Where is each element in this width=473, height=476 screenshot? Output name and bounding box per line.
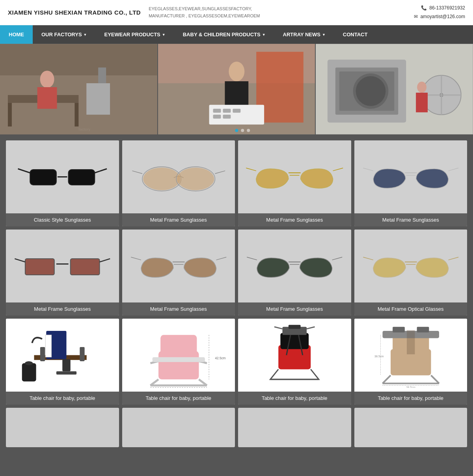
nav-arrow-eyewear: ▼ (162, 33, 166, 37)
svg-rect-14 (225, 81, 248, 109)
header-contact: 86-13376921932 amoyartist@126.com (414, 4, 465, 21)
sunglasses-metal4-svg (10, 233, 115, 299)
svg-rect-39 (69, 170, 95, 185)
product-card-3[interactable]: Metal Frame Sunglasses (238, 140, 351, 226)
svg-rect-16 (213, 109, 221, 113)
phone-icon (421, 4, 427, 13)
svg-text:42.5cm: 42.5cm (215, 357, 225, 360)
sunglasses-optical-svg (358, 233, 464, 299)
sunglasses-metal2-svg (242, 144, 347, 209)
svg-point-89 (25, 361, 33, 365)
svg-point-46 (177, 168, 214, 190)
factory-image-1: factory (0, 44, 157, 134)
svg-rect-62 (71, 259, 100, 275)
product-image-12: 38.5cm 38.5cm (354, 319, 467, 392)
product-card-11[interactable]: Table chair for baby, portable (238, 319, 351, 405)
products-row-3: Table chair for baby, portable (6, 319, 467, 405)
svg-rect-115 (393, 327, 405, 332)
product-card-13[interactable] (6, 408, 119, 447)
nav-factorys[interactable]: OUR FACTORYS ▼ (33, 25, 96, 44)
svg-rect-85 (56, 371, 76, 375)
product-label-5: Metal Frame Sunglasses (6, 302, 119, 315)
product-card-5[interactable]: Metal Frame Sunglasses (6, 230, 119, 315)
svg-text:factory: factory (78, 127, 90, 131)
phone-row: 86-13376921932 (414, 4, 465, 13)
svg-point-22 (241, 129, 244, 132)
baby-chair-2-svg: 60cm 42.5cm (126, 323, 231, 388)
baby-chair-4-svg: 38.5cm 38.5cm (358, 323, 464, 388)
baby-chair-1-svg (10, 323, 115, 388)
product-card-7[interactable]: Metal Frame Sunglasses (238, 230, 351, 315)
product-label-7: Metal Frame Sunglasses (238, 302, 351, 315)
svg-rect-91 (158, 351, 199, 379)
factory-grid: factory (0, 44, 473, 134)
product-card-10[interactable]: 60cm 42.5cm Table chair for baby, portab… (122, 319, 235, 405)
svg-rect-38 (30, 170, 56, 185)
tagline-line2: MANUFACTURER , EYEGLASSESOEM,EYEWEAROEM (149, 13, 260, 20)
nav-contact[interactable]: CONTACT (334, 25, 376, 44)
product-card-1[interactable]: Classic Style Sunglasses (6, 140, 119, 226)
company-tagline: EYEGLASSES,EYEWEAR,SUNGLASSESFACTORY, MA… (149, 6, 260, 19)
factory-image-2 (158, 44, 315, 134)
product-card-15[interactable] (238, 408, 351, 447)
svg-rect-18 (233, 109, 240, 113)
nav-baby[interactable]: BABY & CHILDREN PRODUCTS ▼ (174, 25, 274, 44)
nav-news[interactable]: ARTRAY NEWS ▼ (274, 25, 334, 44)
product-image-1 (6, 140, 119, 213)
products-row-2: Metal Frame Sunglasses Metal Frame Sungl… (6, 230, 467, 315)
product-card-4[interactable]: Metal Frame Sunglasses (354, 140, 467, 226)
svg-rect-8 (98, 67, 106, 83)
tagline-line1: EYEGLASSES,EYEWEAR,SUNGLASSESFACTORY, (149, 6, 260, 13)
product-card-12[interactable]: 38.5cm 38.5cm Table chair for baby, port… (354, 319, 467, 405)
product-image-11 (238, 319, 351, 392)
products-section: Classic Style Sunglasses (0, 134, 473, 453)
product-image-9 (6, 319, 119, 392)
product-image-2 (122, 140, 235, 213)
sunglasses-metal1-svg (126, 144, 231, 209)
svg-rect-87 (80, 347, 84, 361)
sunglasses-metal6-svg (242, 233, 347, 299)
svg-point-34 (417, 82, 426, 93)
products-row-4 (6, 408, 467, 447)
svg-rect-6 (37, 87, 57, 109)
svg-rect-116 (417, 327, 429, 332)
nav-home[interactable]: HOME (0, 25, 33, 44)
product-label-9: Table chair for baby, portable (6, 392, 119, 405)
nav-eyewear[interactable]: EYEWEAR PRODUCTS ▼ (96, 25, 174, 44)
svg-rect-88 (22, 363, 36, 381)
email-row: amoyartist@126.com (414, 13, 465, 21)
sunglasses-metal3-svg (358, 144, 464, 209)
svg-rect-92 (160, 335, 197, 355)
product-label-3: Metal Frame Sunglasses (238, 213, 351, 226)
product-image-3 (238, 140, 351, 213)
product-label-12: Table chair for baby, portable (354, 392, 467, 405)
factory-panel-2 (158, 44, 315, 134)
svg-point-13 (229, 62, 244, 81)
product-image-6 (122, 230, 235, 302)
svg-rect-35 (416, 93, 428, 112)
main-nav: HOME OUR FACTORYS ▼ EYEWEAR PRODUCTS ▼ B… (0, 25, 473, 44)
product-image-7 (238, 230, 351, 302)
svg-rect-3 (8, 103, 12, 127)
products-row-1: Classic Style Sunglasses (6, 140, 467, 226)
svg-point-29 (356, 76, 386, 106)
product-card-2[interactable]: Metal Frame Sunglasses (122, 140, 235, 226)
svg-rect-17 (223, 109, 231, 113)
svg-rect-96 (152, 357, 205, 362)
factory-panel-3 (316, 44, 473, 134)
product-card-6[interactable]: Metal Frame Sunglasses (122, 230, 235, 315)
nav-arrow-factorys: ▼ (84, 33, 87, 37)
svg-rect-86 (40, 347, 45, 361)
product-card-16[interactable] (354, 408, 467, 447)
sunglasses-metal5-svg (126, 233, 231, 299)
svg-text:38.5cm: 38.5cm (406, 386, 415, 388)
product-card-8[interactable]: Metal Frame Optical Glasses (354, 230, 467, 315)
factory-panel-1: factory (0, 44, 157, 134)
svg-point-21 (235, 129, 238, 132)
site-header: XIAMEN YISHU SHEXIAN TRADING CO., LTD EY… (0, 0, 473, 25)
product-image-8 (354, 230, 467, 302)
product-card-14[interactable] (122, 408, 235, 447)
product-card-9[interactable]: Table chair for baby, portable (6, 319, 119, 405)
company-name: XIAMEN YISHU SHEXIAN TRADING CO., LTD (8, 9, 141, 16)
product-label-8: Metal Frame Optical Glasses (354, 302, 467, 315)
